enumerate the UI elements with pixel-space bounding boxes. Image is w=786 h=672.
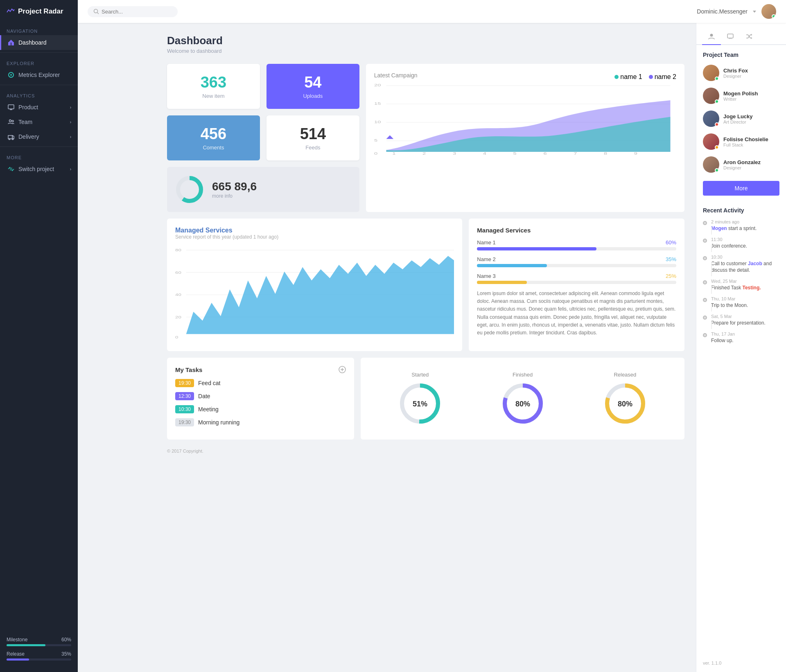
bar2-name: Name 2: [477, 256, 496, 262]
topbar: Dominic.Messenger: [78, 0, 786, 23]
donut-finished-chart: 80%: [500, 381, 545, 426]
task-name: Feed cat: [198, 380, 220, 386]
copyright-text: © 2017 Copyright.: [167, 449, 203, 453]
svg-text:9: 9: [634, 151, 637, 156]
timeline-line-1: [711, 227, 712, 235]
member-role-4: Full Stack: [723, 142, 768, 147]
team-member-3: Joge Lucky Art Director: [696, 107, 786, 130]
managed-services-subtitle: Service report of this year (updated 1 h…: [175, 234, 454, 240]
svg-text:20: 20: [374, 83, 381, 87]
stat-uploads-label: Uploads: [303, 93, 323, 99]
donut-started-chart: 51%: [398, 381, 443, 426]
milestone-label: Milestone: [7, 637, 27, 643]
stat-uploads-value: 54: [304, 74, 321, 91]
sidebar-item-dashboard[interactable]: Dashboard: [0, 35, 78, 50]
stat-card-uploads: 54 Uploads: [267, 64, 359, 109]
svg-text:0: 0: [374, 151, 377, 156]
avatar: [761, 4, 776, 19]
task-name: Date: [198, 393, 210, 399]
release-progress-bg: [7, 658, 71, 661]
chevron-icon-delivery: ›: [70, 135, 71, 139]
svg-text:10: 10: [374, 120, 381, 124]
panel-tab-chat[interactable]: [721, 29, 740, 45]
sidebar-item-product[interactable]: Product ›: [0, 100, 78, 115]
tasks-card-title: My Tasks: [175, 366, 346, 373]
add-task-icon[interactable]: [339, 366, 346, 373]
timeline-line-6: [711, 321, 712, 329]
svg-text:5: 5: [513, 151, 516, 156]
donut-sub-label: more info: [212, 193, 257, 199]
team-member-5: Aron Gonzalez Designer: [696, 153, 786, 176]
user-icon: [708, 33, 715, 40]
bar3-bg: [477, 281, 676, 284]
task-name: Meeting: [198, 406, 219, 413]
legend-item-1: name 1: [614, 73, 642, 81]
timeline-line-2: [711, 244, 712, 252]
right-panel: Project Team Chris Fox Designer Mogen Po…: [696, 0, 786, 672]
release-label-row: Release 35%: [7, 651, 71, 657]
member-role-2: Writter: [723, 97, 758, 101]
bar3-name: Name 3: [477, 273, 496, 279]
search-bar[interactable]: [88, 6, 178, 17]
member-role-3: Art Director: [723, 120, 753, 124]
chevron-icon-team: ›: [70, 120, 71, 124]
member-name-4: Folisise Chosielie: [723, 136, 768, 142]
task-item: 19:30 Feed cat: [175, 379, 346, 387]
campaign-area-chart: 20 15 10 5 0 1 2 3 4 5 6 7 8 9: [374, 82, 676, 156]
sidebar-item-delivery[interactable]: Delivery ›: [0, 129, 78, 144]
analytics-section-label: Analytics: [0, 88, 78, 100]
milestone-label-row: Milestone 60%: [7, 637, 71, 643]
svg-text:3: 3: [453, 151, 456, 156]
sidebar-item-metrics[interactable]: Metrics Explorer: [0, 68, 78, 82]
panel-footer: ver. 1.1.0: [696, 654, 786, 672]
member-avatar-4: [703, 133, 719, 150]
activity-text-2: Join conference.: [711, 243, 747, 250]
activity-time-5: Thu, 10 Mar: [711, 296, 748, 301]
panel-tab-profile[interactable]: [702, 29, 721, 45]
timeline-dot-6: [703, 316, 707, 320]
activity-item-6: Sat, 5 Mar Prepare for presentation.: [696, 311, 786, 329]
donut-finished: Finished 80%: [500, 372, 545, 426]
member-info-4: Folisise Chosielie Full Stack: [723, 136, 768, 147]
milestone-progress-bg: [7, 644, 71, 646]
more-button[interactable]: More: [703, 181, 779, 196]
stat-feeds-label: Feeds: [305, 144, 320, 151]
sidebar-item-team[interactable]: Team ›: [0, 115, 78, 129]
sidebar-item-label-switch: Switch project: [18, 166, 54, 172]
activity-time-3: 10:30: [711, 255, 779, 259]
tasks-card: My Tasks 19:30 Feed cat 12:30 Date 10:30…: [167, 358, 354, 440]
stat-feeds-value: 514: [300, 125, 326, 143]
panel-tab-shuffle[interactable]: [740, 29, 759, 45]
circle-icon: [8, 72, 14, 78]
sidebar-item-label-dashboard: Dashboard: [18, 39, 47, 46]
tasks-row: My Tasks 19:30 Feed cat 12:30 Date 10:30…: [167, 358, 684, 440]
svg-text:4: 4: [483, 151, 486, 156]
svg-text:0: 0: [175, 335, 178, 339]
sidebar-item-label-product: Product: [18, 104, 38, 110]
stat-card-new-item: 363 New item: [167, 64, 260, 109]
member-avatar-3: [703, 110, 719, 127]
search-icon: [93, 9, 99, 14]
timeline-line-4: [711, 286, 712, 294]
left-stats-grid: 363 New item 54 Uploads 456 Coments 514 …: [167, 64, 359, 212]
member-info-1: Chris Fox Designer: [723, 68, 748, 79]
activity-text-5: Trip to the Moon.: [711, 302, 748, 309]
donut-stat-info: 665 89,6 more info: [212, 180, 257, 199]
release-pct: 35%: [61, 651, 71, 657]
switch-icon: [8, 166, 14, 172]
sidebar-item-switch-project[interactable]: Switch project ›: [0, 162, 78, 176]
search-input[interactable]: [102, 9, 171, 15]
user-name: Dominic.Messenger: [697, 8, 748, 15]
managed-services-title: Managed Services: [175, 227, 454, 234]
chevron-icon-switch: ›: [70, 167, 71, 171]
online-status-dot: [772, 14, 776, 18]
managed-desc-text: Lorem ipsum dolor sit amet, consectetuer…: [477, 290, 676, 337]
member-avatar-5: [703, 156, 719, 173]
charts-row: Managed Services Service report of this …: [167, 219, 684, 351]
donuts-card: Started 51% Finished 80% Released: [361, 358, 684, 440]
member-name-5: Aron Gonzalez: [723, 159, 761, 165]
task-item: 12:30 Date: [175, 392, 346, 400]
stat-new-item-label: New item: [202, 93, 224, 99]
bar-row-1: Name 1 60%: [477, 239, 676, 250]
svg-text:60: 60: [175, 270, 181, 275]
